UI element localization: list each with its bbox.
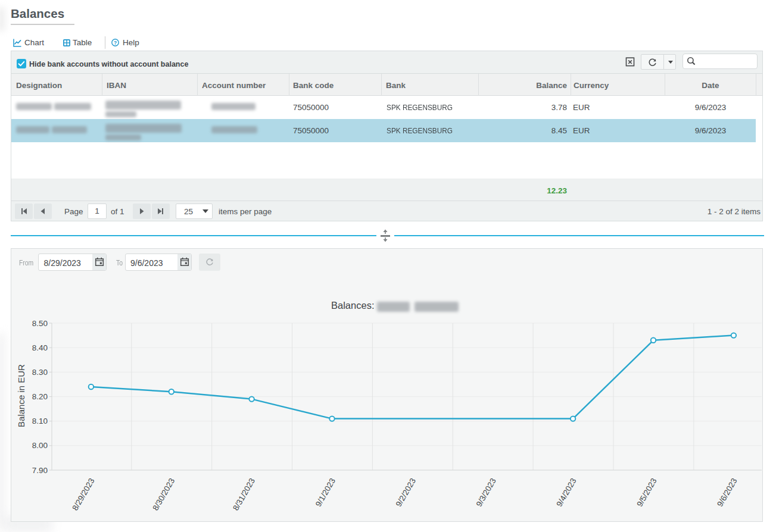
svg-text:Balance in EUR: Balance in EUR [16,364,26,427]
svg-text:8.50: 8.50 [32,319,48,328]
svg-text:8/30/2023: 8/30/2023 [151,477,176,512]
svg-text:8/29/2023: 8/29/2023 [70,477,96,512]
svg-text:?: ? [114,40,117,46]
svg-text:8.00: 8.00 [32,441,48,450]
svg-text:8.10: 8.10 [32,417,48,425]
svg-text:9/4/2023: 9/4/2023 [554,477,578,508]
svg-text:9/6/2023: 9/6/2023 [715,477,738,508]
svg-text:8/31/2023: 8/31/2023 [231,477,257,512]
svg-text:9/2/2023: 9/2/2023 [394,477,417,508]
svg-text:8.30: 8.30 [32,368,48,377]
svg-text:9/5/2023: 9/5/2023 [635,477,658,508]
svg-text:9/3/2023: 9/3/2023 [475,477,498,508]
svg-text:9/1/2023: 9/1/2023 [314,477,337,508]
svg-text:8.40: 8.40 [32,343,48,352]
svg-text:8.20: 8.20 [32,392,48,401]
svg-text:7.90: 7.90 [32,466,48,475]
